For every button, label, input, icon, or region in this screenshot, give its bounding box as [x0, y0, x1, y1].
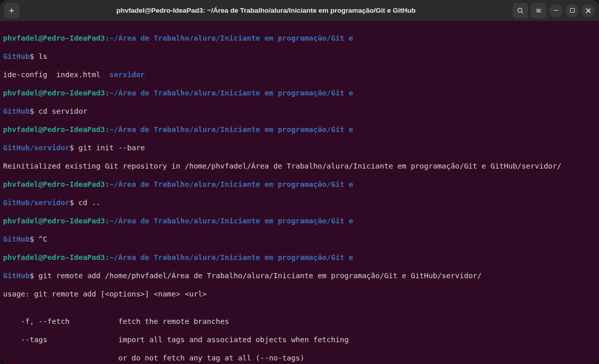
minimize-button[interactable]: [549, 4, 562, 17]
menu-button[interactable]: [531, 3, 546, 18]
cmd-cd-up: cd ..: [78, 198, 101, 207]
search-button[interactable]: [513, 3, 528, 18]
prompt-path: ~/Área de Trabalho/alura/Iniciante em pr…: [110, 34, 358, 42]
close-button[interactable]: [582, 4, 595, 17]
terminal-body[interactable]: phvfadel@Pedro-IdeaPad3:~/Área de Trabal…: [0, 21, 599, 364]
cmd-ls: ls: [39, 52, 47, 60]
ls-output-plain: ide-config index.html: [3, 71, 110, 79]
window-title: phvfadel@Pedro-IdeaPad3: ~/Área de Traba…: [23, 7, 509, 14]
cmd-git-remote-add: git remote add /home/phvfadel/Área de Tr…: [39, 272, 482, 280]
ls-output-dir: servidor: [110, 71, 145, 79]
cmd-cd-servidor: cd servidor: [39, 107, 87, 115]
output-usage: usage: git remote add [<options>] <name>…: [3, 290, 207, 298]
terminal-window: phvfadel@Pedro-IdeaPad3: ~/Área de Traba…: [0, 0, 599, 364]
output-reinit: Reinitialized existing Git repository in…: [3, 162, 561, 170]
output-opt-tags: --tags import all tags and associated ob…: [3, 336, 349, 344]
cmd-git-init: git init --bare: [78, 144, 145, 152]
cmd-ctrlc: ^C: [39, 235, 47, 243]
output-opt-f: -f, --fetch fetch the remote branches: [3, 317, 229, 325]
svg-point-0: [518, 8, 522, 12]
new-tab-button[interactable]: [4, 3, 19, 18]
prompt-user: phvfadel@Pedro-IdeaPad3: [3, 34, 105, 42]
maximize-button[interactable]: [565, 4, 579, 17]
titlebar: phvfadel@Pedro-IdeaPad3: ~/Área de Traba…: [0, 0, 599, 21]
